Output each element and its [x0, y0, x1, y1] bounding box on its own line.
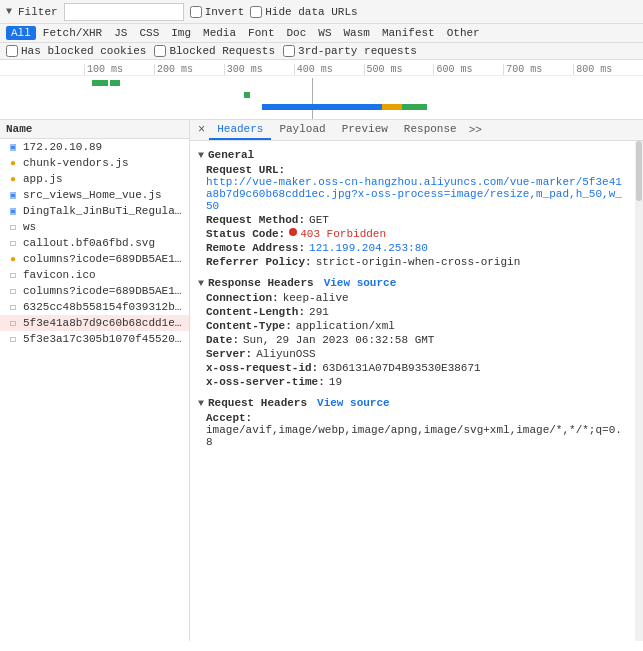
filter-tab-wasm[interactable]: Wasm: [339, 26, 375, 40]
general-triangle-icon: ▼: [198, 150, 204, 161]
timeline-bar-row-1: [84, 78, 643, 88]
file-item[interactable]: ▣172.20.10.89: [0, 139, 189, 155]
file-item[interactable]: ●app.js: [0, 171, 189, 187]
blocked-requests-label[interactable]: Blocked Requests: [154, 45, 275, 57]
request-method-row: Request Method: GET: [198, 213, 627, 227]
file-type-icon: ●: [6, 158, 20, 169]
request-header-val: image/avif,image/webp,image/apng,image/s…: [206, 424, 627, 448]
more-tabs-button[interactable]: >>: [465, 122, 486, 138]
file-list-header: Name: [0, 120, 189, 139]
hide-urls-checkbox-label[interactable]: Hide data URLs: [250, 6, 357, 18]
response-headers-section-header: ▼ Response Headers View source: [198, 273, 627, 291]
ruler-tick: 600 ms: [433, 64, 503, 75]
file-name: src_views_Home_vue.js: [23, 189, 162, 201]
response-header-val: application/xml: [296, 320, 395, 332]
filter-tab-doc[interactable]: Doc: [281, 26, 311, 40]
file-item[interactable]: ◻columns?icode=689DB5AE19...: [0, 283, 189, 299]
file-name: 5f3e3a17c305b1070f455202.j...: [23, 333, 183, 345]
file-list-panel: Name ▣172.20.10.89●chunk-vendors.js●app.…: [0, 120, 190, 641]
request-headers-title: Request Headers: [208, 397, 307, 409]
response-header-key: Content-Length:: [206, 306, 305, 318]
timeline-ruler: 100 ms200 ms300 ms400 ms500 ms600 ms700 …: [0, 60, 643, 76]
response-header-key: Content-Type:: [206, 320, 292, 332]
filter-label: Filter: [18, 6, 58, 18]
blocked-cookies-label[interactable]: Has blocked cookies: [6, 45, 146, 57]
filter-tab-font[interactable]: Font: [243, 26, 279, 40]
file-item[interactable]: ◻5f3e3a17c305b1070f455202.j...: [0, 331, 189, 347]
file-name: 6325cc48b558154f039312b8...: [23, 301, 183, 313]
filter-tab-img[interactable]: Img: [166, 26, 196, 40]
file-item[interactable]: ◻5f3e41a8b7d9c60b68cdd1ecj...: [0, 315, 189, 331]
third-party-label[interactable]: 3rd-party requests: [283, 45, 417, 57]
remote-address-val: 121.199.204.253:80: [309, 242, 428, 254]
invert-label: Invert: [205, 6, 245, 18]
detail-tab-payload[interactable]: Payload: [271, 120, 333, 140]
file-item[interactable]: ●columns?icode=689DB5AE19...: [0, 251, 189, 267]
hide-urls-checkbox[interactable]: [250, 6, 262, 18]
file-item[interactable]: ◻callout.bf0a6fbd.svg: [0, 235, 189, 251]
filter-tabs-row: AllFetch/XHRJSCSSImgMediaFontDocWSWasmMa…: [0, 24, 643, 43]
bar-2a: [244, 92, 250, 98]
filter-tab-css[interactable]: CSS: [134, 26, 164, 40]
filter-tab-other[interactable]: Other: [442, 26, 485, 40]
filter-input[interactable]: [64, 3, 184, 21]
response-headers-title: Response Headers: [208, 277, 314, 289]
scrollbar-thumb: [636, 141, 642, 201]
filter-tab-media[interactable]: Media: [198, 26, 241, 40]
filter-tab-js[interactable]: JS: [109, 26, 132, 40]
details-scroll-area: ▼ General Request URL: http://vue-maker.…: [190, 141, 643, 641]
ruler-tick: 300 ms: [224, 64, 294, 75]
request-url-key: Request URL:: [206, 164, 285, 176]
scrollbar[interactable]: [635, 141, 643, 641]
detail-tab-response[interactable]: Response: [396, 120, 465, 140]
detail-tab-preview[interactable]: Preview: [334, 120, 396, 140]
general-section-header: ▼ General: [198, 145, 627, 163]
file-item[interactable]: ◻ws: [0, 219, 189, 235]
file-item[interactable]: ◻6325cc48b558154f039312b8...: [0, 299, 189, 315]
file-item[interactable]: ▣src_views_Home_vue.js: [0, 187, 189, 203]
file-type-icon: ◻: [6, 237, 20, 249]
file-item[interactable]: ▣DingTalk_JinBuTi_Regular.780...: [0, 203, 189, 219]
request-headers-view-source[interactable]: View source: [317, 397, 390, 409]
remote-address-key: Remote Address:: [206, 242, 305, 254]
third-party-checkbox[interactable]: [283, 45, 295, 57]
filter-tab-ws[interactable]: WS: [313, 26, 336, 40]
close-details-button[interactable]: ×: [194, 121, 209, 139]
response-header-val: AliyunOSS: [256, 348, 315, 360]
details-content[interactable]: ▼ General Request URL: http://vue-maker.…: [190, 141, 635, 641]
invert-checkbox[interactable]: [190, 6, 202, 18]
response-header-key: Connection:: [206, 292, 279, 304]
file-type-icon: ◻: [6, 317, 20, 329]
file-item[interactable]: ◻favicon.ico: [0, 267, 189, 283]
bar-3a: [262, 104, 382, 110]
collapse-arrow-icon[interactable]: ▼: [6, 6, 12, 17]
remote-address-row: Remote Address: 121.199.204.253:80: [198, 241, 627, 255]
invert-checkbox-label[interactable]: Invert: [190, 6, 245, 18]
toolbar: ▼ Filter Invert Hide data URLs: [0, 0, 643, 24]
third-party-text: 3rd-party requests: [298, 45, 417, 57]
timeline: 100 ms200 ms300 ms400 ms500 ms600 ms700 …: [0, 60, 643, 120]
response-header-key: x-oss-server-time:: [206, 376, 325, 388]
blocked-requests-checkbox[interactable]: [154, 45, 166, 57]
response-headers-view-source[interactable]: View source: [324, 277, 397, 289]
filter-tab-manifest[interactable]: Manifest: [377, 26, 440, 40]
bar-3b: [382, 104, 402, 110]
response-header-key: Date:: [206, 334, 239, 346]
file-name: app.js: [23, 173, 63, 185]
request-method-key: Request Method:: [206, 214, 305, 226]
ruler-tick: 200 ms: [154, 64, 224, 75]
blocked-cookies-text: Has blocked cookies: [21, 45, 146, 57]
filter-tab-fetch_xhr[interactable]: Fetch/XHR: [38, 26, 107, 40]
file-item[interactable]: ●chunk-vendors.js: [0, 155, 189, 171]
ruler-tick: 100 ms: [84, 64, 154, 75]
referrer-policy-val: strict-origin-when-cross-origin: [316, 256, 521, 268]
timeline-bar-row-3: [84, 102, 643, 112]
detail-tab-headers[interactable]: Headers: [209, 120, 271, 140]
blocked-cookies-checkbox[interactable]: [6, 45, 18, 57]
detail-tabs-container: HeadersPayloadPreviewResponse: [209, 120, 464, 140]
request-method-val: GET: [309, 214, 329, 226]
file-name: callout.bf0a6fbd.svg: [23, 237, 155, 249]
ruler-tick: 700 ms: [503, 64, 573, 75]
filter-tab-all[interactable]: All: [6, 26, 36, 40]
referrer-policy-row: Referrer Policy: strict-origin-when-cros…: [198, 255, 627, 269]
